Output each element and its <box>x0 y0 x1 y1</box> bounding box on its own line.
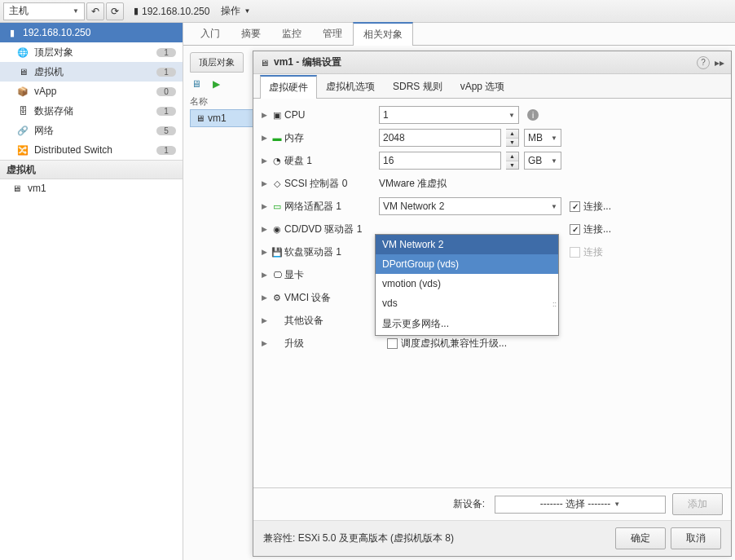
memory-spinner[interactable]: ▲▼ <box>506 129 519 147</box>
main-tab-1[interactable]: 摘要 <box>231 22 271 45</box>
nav-item-icon: 🔀 <box>16 145 29 156</box>
memory-input[interactable]: 2048 <box>379 129 501 147</box>
disk-value: 16 <box>383 155 394 166</box>
expand-arrow-icon[interactable]: ▶ <box>262 271 270 279</box>
ok-button[interactable]: 确定 <box>615 527 666 549</box>
host-selector[interactable]: 主机 ▼ <box>3 2 85 20</box>
refresh-button[interactable]: ⟳ <box>106 2 124 20</box>
nav-item-icon: 🗄 <box>16 106 29 116</box>
chevron-down-icon: ▼ <box>551 134 557 142</box>
edit-settings-dialog: 🖥 vm1 - 编辑设置 ? ▸▸ 虚拟硬件虚拟机选项SDRS 规则vApp 选… <box>253 51 732 557</box>
compatibility-text: 兼容性: ESXi 5.0 及更高版本 (虚拟机版本 8) <box>263 531 454 545</box>
add-device-button[interactable]: 添加 <box>672 493 723 515</box>
new-device-value: ------- 选择 ------- <box>540 497 611 511</box>
main-tab-0[interactable]: 入门 <box>190 22 231 45</box>
upgrade-checkbox[interactable] <box>387 338 398 349</box>
expand-arrow-icon[interactable]: ▶ <box>262 111 270 119</box>
memory-label: 内存 <box>284 131 379 145</box>
cpu-label: CPU <box>284 109 379 121</box>
scsi-label: SCSI 控制器 0 <box>284 177 379 191</box>
vm-icon: 🖥 <box>10 183 23 193</box>
floppy-label: 软盘驱动器 1 <box>284 245 379 259</box>
expand-arrow-icon[interactable]: ▶ <box>262 157 270 165</box>
nav-item-label: 顶层对象 <box>34 46 156 60</box>
nav-item-icon: 🌐 <box>16 47 29 58</box>
cd-connect-label: 连接... <box>583 223 611 236</box>
nav-item-badge: 1 <box>156 146 176 155</box>
host-label: 主机 <box>9 4 29 18</box>
expand-arrow-icon[interactable]: ▶ <box>262 179 270 187</box>
main-tab-4[interactable]: 相关对象 <box>353 22 413 46</box>
network-label: 网络适配器 1 <box>284 200 379 214</box>
expand-arrow-icon[interactable]: ▶ <box>262 248 270 256</box>
nav-item-badge: 1 <box>156 48 176 57</box>
net-connect-checkbox[interactable] <box>570 201 580 212</box>
nav-sub-vm1[interactable]: 🖥 vm1 <box>0 179 183 197</box>
disk-unit: GB <box>528 155 542 166</box>
upgrade-checkbox-label: 调度虚拟机兼容性升级... <box>401 337 507 351</box>
nav-item-badge: 1 <box>156 68 176 77</box>
disk-spinner[interactable]: ▲▼ <box>506 152 519 170</box>
dropdown-item[interactable]: VM Network 2 <box>376 235 558 254</box>
cd-connect-checkbox[interactable] <box>570 224 580 235</box>
disk-input[interactable]: 16 <box>379 152 501 170</box>
server-icon: ▮ <box>134 6 139 16</box>
cpu-icon: ▣ <box>270 110 284 121</box>
scsi-value: VMware 准虚拟 <box>379 177 447 191</box>
cpu-value: 1 <box>383 109 389 121</box>
expand-arrow-icon[interactable]: ▶ <box>262 202 270 210</box>
nav-item-3[interactable]: 🗄数据存储1 <box>0 101 183 121</box>
modal-tab-1[interactable]: 虚拟机选项 <box>317 75 384 98</box>
floppy-connect-checkbox <box>570 247 580 258</box>
sub-tab-label: 顶层对象 <box>199 57 235 67</box>
help-button[interactable]: ? <box>697 56 710 69</box>
expand-arrow-icon[interactable]: ▶ <box>262 293 270 302</box>
history-back-button[interactable]: ↶ <box>86 2 104 20</box>
memory-unit: MB <box>528 132 543 143</box>
expand-button[interactable]: ▸▸ <box>715 57 724 68</box>
main-tab-2[interactable]: 监控 <box>271 22 312 45</box>
power-on-icon[interactable]: ▶ <box>209 77 222 90</box>
nav-header-text: 192.168.10.250 <box>23 27 90 38</box>
sub-tab-top[interactable]: 顶层对象 <box>190 52 244 73</box>
video-icon: 🖵 <box>270 270 284 280</box>
dropdown-item[interactable]: 显示更多网络... <box>376 313 558 335</box>
new-device-select[interactable]: ------- 选择 ------- ▼ <box>495 496 666 514</box>
nav-item-badge: 0 <box>156 87 176 96</box>
new-device-label: 新设备: <box>453 497 485 511</box>
chevron-down-icon: ▼ <box>614 500 620 508</box>
memory-value: 2048 <box>383 132 405 143</box>
cancel-button[interactable]: 取消 <box>671 527 721 549</box>
other-label: 其他设备 <box>284 314 379 328</box>
nav-item-0[interactable]: 🌐顶层对象1 <box>0 42 183 62</box>
nav-item-5[interactable]: 🔀Distributed Switch1 <box>0 140 183 160</box>
dropdown-item[interactable]: DPortGroup (vds) <box>376 254 558 274</box>
dropdown-item[interactable]: vds <box>376 293 558 313</box>
modal-tab-0[interactable]: 虚拟硬件 <box>260 75 317 99</box>
floppy-icon: 💾 <box>270 247 284 258</box>
nav-item-label: Distributed Switch <box>34 144 156 156</box>
expand-arrow-icon[interactable]: ▶ <box>262 225 270 233</box>
network-select[interactable]: VM Network 2 ▼ <box>379 197 561 215</box>
net-connect-label: 连接... <box>583 200 611 214</box>
operations-menu[interactable]: 操作 ▼ <box>221 4 250 18</box>
cpu-select[interactable]: 1 ▼ <box>379 106 519 124</box>
new-vm-icon[interactable]: 🖥 <box>190 77 203 90</box>
nav-item-4[interactable]: 🔗网络5 <box>0 121 183 140</box>
modal-tab-2[interactable]: SDRS 规则 <box>384 75 451 98</box>
nav-item-2[interactable]: 📦vApp0 <box>0 82 183 101</box>
expand-arrow-icon[interactable]: ▶ <box>262 316 270 324</box>
expand-arrow-icon[interactable]: ▶ <box>262 134 270 142</box>
info-icon[interactable]: i <box>527 109 539 121</box>
expand-arrow-icon[interactable]: ▶ <box>262 339 270 347</box>
chevron-down-icon: ▼ <box>508 112 515 119</box>
nav-item-1[interactable]: 🖥虚拟机1 <box>0 62 183 82</box>
ip-text: 192.168.10.250 <box>142 6 209 17</box>
dropdown-item[interactable]: vmotion (vds) <box>376 274 558 293</box>
modal-tab-3[interactable]: vApp 选项 <box>451 75 514 98</box>
main-tab-3[interactable]: 管理 <box>312 22 353 45</box>
dropdown-scroll-indicator: :: <box>552 300 557 308</box>
memory-unit-select[interactable]: MB ▼ <box>524 129 561 147</box>
disk-unit-select[interactable]: GB ▼ <box>524 152 561 170</box>
nav-section-label: 虚拟机 <box>7 163 36 177</box>
